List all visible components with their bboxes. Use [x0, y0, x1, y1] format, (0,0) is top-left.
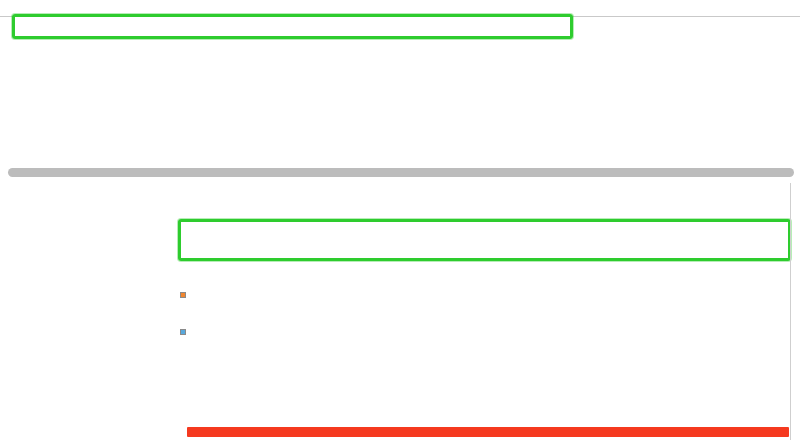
profiler-app: { "table": { "columns": [ {"id":"thread"… [0, 0, 800, 446]
threads-table-body [0, 17, 800, 166]
annotation-box-selected-thread [12, 14, 573, 39]
panel-edge-divider [790, 183, 791, 440]
threads-table [0, 0, 800, 178]
annotation-box-heap-chart [178, 219, 791, 261]
method-overflow-marker [180, 292, 186, 298]
scrollbar-thumb[interactable] [8, 168, 794, 177]
horizontal-scrollbar[interactable] [0, 166, 800, 178]
recording-progress-bar [187, 427, 789, 437]
alloc-overflow-marker [180, 329, 186, 335]
